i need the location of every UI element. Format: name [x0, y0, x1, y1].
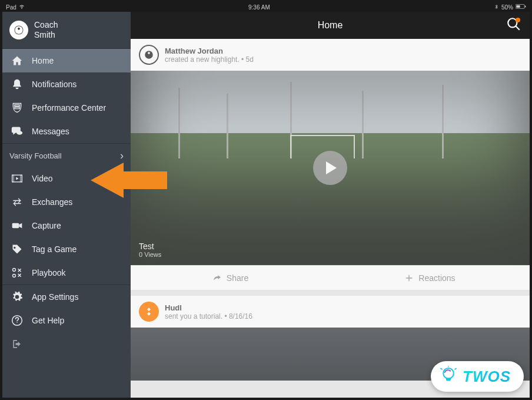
svg-rect-6 — [12, 175, 14, 182]
sidebar-item-label: App Settings — [32, 292, 78, 302]
team-name: Varsity Football — [9, 151, 62, 160]
search-button[interactable] — [506, 16, 521, 34]
svg-rect-7 — [21, 175, 22, 182]
lightbulb-icon — [439, 366, 458, 387]
page-title: Home — [318, 20, 343, 31]
sidebar-item-video[interactable]: Video — [2, 167, 131, 190]
svg-rect-8 — [12, 223, 19, 227]
author-avatar — [139, 45, 159, 65]
camera-icon — [11, 219, 24, 232]
sidebar: Coach Smith Home Notifications — [2, 12, 131, 398]
sidebar-item-exchanges[interactable]: Exchanges — [2, 190, 131, 214]
sidebar-item-messages[interactable]: Messages — [2, 120, 131, 143]
sidebar-item-cutoff[interactable] — [2, 332, 131, 356]
battery-percent: 50% — [501, 4, 513, 11]
video-views: 0 Views — [139, 251, 161, 258]
team-section-header[interactable]: Varsity Football › — [2, 144, 131, 167]
svg-point-4 — [16, 131, 22, 135]
card-header[interactable]: Hudl sent you a tutorial. • 8/16/16 — [131, 296, 530, 328]
sidebar-item-tag-game[interactable]: Tag a Game — [2, 237, 131, 261]
battery-icon — [516, 4, 526, 11]
sidebar-item-home[interactable]: Home — [2, 49, 131, 72]
sidebar-item-label: Messages — [32, 127, 69, 136]
gear-icon — [11, 290, 24, 303]
author-avatar — [139, 302, 159, 322]
svg-line-17 — [440, 368, 442, 369]
sidebar-item-notifications[interactable]: Notifications — [2, 72, 131, 96]
sidebar-item-settings[interactable]: App Settings — [2, 285, 131, 309]
home-icon — [11, 54, 24, 67]
card-subtitle: sent you a tutorial. • 8/16/16 — [165, 312, 252, 320]
card-actions: Share Reactions — [131, 265, 530, 290]
sidebar-item-capture[interactable]: Capture — [2, 214, 131, 237]
reactions-button[interactable]: Reactions — [330, 266, 530, 290]
status-time: 9:36 AM — [248, 4, 270, 11]
share-button[interactable]: Share — [131, 266, 330, 290]
main-header: Home — [131, 12, 530, 39]
sidebar-item-label: Video — [32, 174, 53, 183]
user-profile[interactable]: Coach Smith — [2, 12, 131, 48]
card-author: Matthew Jordan — [165, 47, 254, 55]
user-name: Coach Smith — [34, 20, 58, 40]
feed-scroll[interactable]: Matthew Jordan created a new highlight. … — [131, 39, 530, 398]
plus-icon — [404, 273, 414, 283]
action-label: Share — [227, 273, 248, 283]
shield-icon — [11, 101, 24, 114]
svg-line-13 — [516, 26, 520, 30]
sidebar-item-label: Playbook — [32, 268, 66, 277]
sidebar-item-performance[interactable]: Performance Center — [2, 96, 131, 120]
sidebar-item-playbook[interactable]: Playbook — [2, 261, 131, 285]
play-icon — [326, 161, 337, 174]
svg-rect-2 — [516, 5, 520, 8]
logout-icon — [11, 338, 24, 351]
main-content: Home Matthew Jordan created a new — [131, 12, 530, 398]
help-icon — [11, 314, 24, 327]
svg-point-9 — [13, 268, 16, 271]
messages-icon — [11, 125, 24, 138]
watermark-text: TWOS — [463, 368, 511, 386]
sidebar-item-label: Performance Center — [32, 103, 106, 113]
sidebar-item-label: Tag a Game — [32, 244, 77, 254]
video-title: Test — [139, 242, 161, 251]
play-button[interactable] — [313, 151, 347, 185]
card-header[interactable]: Matthew Jordan created a new highlight. … — [131, 39, 530, 71]
share-icon — [212, 273, 222, 283]
video-library-icon — [11, 172, 24, 185]
chevron-right-icon: › — [120, 150, 124, 162]
bluetooth-icon — [494, 4, 499, 11]
sidebar-item-label: Exchanges — [32, 197, 72, 207]
video-thumbnail[interactable]: Test 0 Views — [131, 71, 530, 265]
tag-icon — [11, 243, 24, 256]
notification-dot — [516, 18, 520, 22]
sidebar-item-label: Capture — [32, 221, 61, 230]
wifi-icon — [19, 4, 25, 11]
exchanges-icon — [11, 196, 24, 209]
sidebar-item-label: Notifications — [32, 80, 77, 89]
action-label: Reactions — [418, 273, 455, 283]
playbook-icon — [11, 266, 24, 279]
device-label: Pad — [6, 4, 16, 11]
avatar — [9, 21, 28, 39]
svg-line-18 — [454, 368, 456, 369]
sidebar-item-help[interactable]: Get Help — [2, 309, 131, 332]
svg-rect-1 — [525, 6, 526, 8]
sidebar-item-label: Home — [32, 56, 54, 65]
card-subtitle: created a new highlight. • 5d — [165, 55, 254, 64]
sidebar-item-label: Get Help — [32, 316, 64, 325]
watermark-badge: TWOS — [431, 361, 524, 392]
feed-card: Matthew Jordan created a new highlight. … — [131, 39, 530, 290]
card-author: Hudl — [165, 303, 252, 312]
svg-point-10 — [13, 274, 16, 277]
status-bar: Pad 9:36 AM 50% — [2, 2, 530, 12]
bell-icon — [11, 78, 24, 91]
